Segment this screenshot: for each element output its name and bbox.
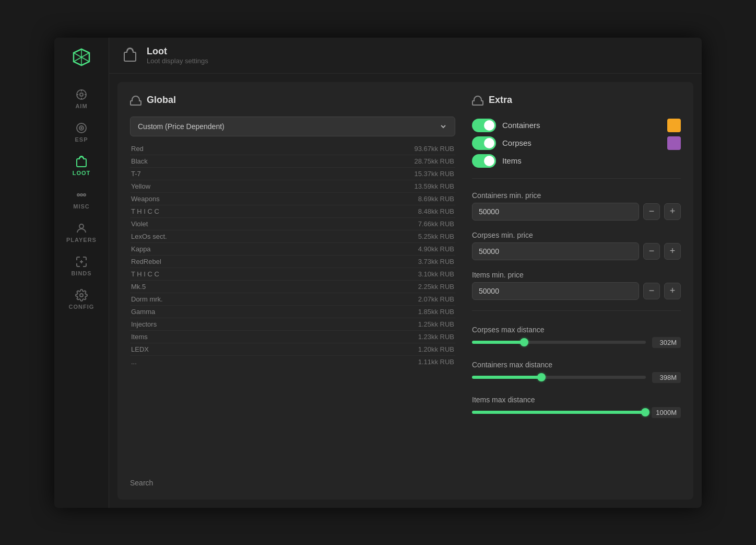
main-content: Loot Loot display settings Global Custom… xyxy=(109,38,702,508)
extra-section-title: Extra xyxy=(472,95,681,106)
containers-color-swatch[interactable] xyxy=(667,119,681,132)
corpses-price-decrement[interactable]: − xyxy=(643,243,660,260)
sidebar-label-config: CONFIG xyxy=(69,304,95,310)
corpses-label: Corpses xyxy=(502,138,661,147)
list-item: T H I C C8.48kk RUB xyxy=(130,205,455,218)
corpses-color-swatch[interactable] xyxy=(667,136,681,150)
content-area: Global Custom (Price Dependent) Red93.67… xyxy=(117,82,693,500)
containers-dist-slider-row: 398M xyxy=(472,372,681,383)
list-item: Weapons8.69kk RUB xyxy=(130,193,455,205)
left-panel: Global Custom (Price Dependent) Red93.67… xyxy=(130,95,455,487)
containers-toggle[interactable] xyxy=(472,119,496,132)
list-item: T-715.37kk RUB xyxy=(130,168,455,180)
list-item: Kappa4.90kk RUB xyxy=(130,243,455,256)
sidebar-label-misc: MISC xyxy=(73,203,90,210)
list-item: Gamma1.85kk RUB xyxy=(130,306,455,318)
right-panel: Extra Containers Corpses xyxy=(472,95,681,487)
sidebar-label-loot: LOOT xyxy=(73,170,91,176)
list-item: ...1.11kk RUB xyxy=(130,356,455,368)
sidebar-label-esp: ESP xyxy=(75,136,88,143)
sidebar: AIM ESP LOOT MISC xyxy=(54,38,109,508)
corpses-price-input-row: − + xyxy=(472,242,681,260)
items-min-label: Items min. price xyxy=(472,271,681,279)
sidebar-item-esp[interactable]: ESP xyxy=(54,115,109,149)
list-item: Items1.23kk RUB xyxy=(130,331,455,343)
list-item: Yellow13.59kk RUB xyxy=(130,180,455,193)
header-icon xyxy=(122,46,138,65)
items-min-price-section: Items min. price − + xyxy=(472,269,681,300)
sidebar-item-players[interactable]: PLAYERS xyxy=(54,216,109,249)
dropdown-value: Custom (Price Dependent) xyxy=(138,122,225,131)
toggle-row-corpses: Corpses xyxy=(472,136,681,150)
header-subtitle: Loot display settings xyxy=(147,57,208,65)
containers-min-label: Containers min. price xyxy=(472,191,681,200)
sidebar-item-misc[interactable]: MISC xyxy=(54,182,109,216)
corpses-dist-value: 302M xyxy=(652,337,681,348)
header-title: Loot xyxy=(147,46,208,57)
sidebar-item-loot[interactable]: LOOT xyxy=(54,149,109,182)
items-dist-slider[interactable] xyxy=(472,411,645,414)
app-logo[interactable] xyxy=(67,43,96,72)
list-item: Red93.67kk RUB xyxy=(130,143,455,155)
global-section-title: Global xyxy=(130,95,455,106)
items-dist-section: Items max distance 1000M xyxy=(472,396,681,418)
items-price-input[interactable] xyxy=(472,282,639,300)
toggle-row-containers: Containers xyxy=(472,119,681,132)
items-dist-value: 1000M xyxy=(652,407,681,418)
list-item: T H I C C3.10kk RUB xyxy=(130,268,455,281)
corpses-dist-slider-row: 302M xyxy=(472,337,681,348)
header: Loot Loot display settings xyxy=(109,38,702,74)
list-item: Black28.75kk RUB xyxy=(130,155,455,168)
svg-point-17 xyxy=(79,224,84,228)
containers-price-input[interactable] xyxy=(472,203,639,221)
sidebar-item-config[interactable]: CONFIG xyxy=(54,283,109,316)
list-item: Mk.52.25kk RUB xyxy=(130,281,455,293)
containers-price-increment[interactable]: + xyxy=(664,203,681,220)
items-toggle[interactable] xyxy=(472,154,496,168)
svg-point-18 xyxy=(80,294,83,297)
items-price-input-row: − + xyxy=(472,282,681,300)
list-item: LEDX1.20kk RUB xyxy=(130,343,455,356)
list-item: Dorm mrk.2.07kk RUB xyxy=(130,293,455,306)
preset-dropdown[interactable]: Custom (Price Dependent) xyxy=(130,117,455,136)
corpses-price-increment[interactable]: + xyxy=(664,243,681,260)
corpses-dist-slider[interactable] xyxy=(472,341,646,344)
search-button[interactable]: Search xyxy=(130,479,455,487)
divider-1 xyxy=(472,178,681,179)
toggle-row-items: Items xyxy=(472,154,681,168)
list-item: Violet7.66kk RUB xyxy=(130,218,455,230)
sidebar-item-aim[interactable]: AIM xyxy=(54,82,109,115)
svg-point-14 xyxy=(80,194,82,196)
item-list[interactable]: Red93.67kk RUB Black28.75kk RUB T-715.37… xyxy=(130,143,455,468)
toggles-group: Containers Corpses Items xyxy=(472,119,681,168)
items-dist-label: Items max distance xyxy=(472,396,681,404)
svg-point-6 xyxy=(80,93,83,96)
list-item: RedRebel3.73kk RUB xyxy=(130,256,455,268)
divider-2 xyxy=(472,310,681,311)
list-item: Injectors1.25kk RUB xyxy=(130,318,455,331)
containers-dist-value: 398M xyxy=(652,372,681,383)
items-label: Items xyxy=(502,156,681,165)
sidebar-label-binds: BINDS xyxy=(71,270,91,276)
containers-dist-slider[interactable] xyxy=(472,376,646,379)
corpses-min-label: Corpses min. price xyxy=(472,231,681,239)
corpses-min-price-section: Corpses min. price − + xyxy=(472,229,681,260)
items-price-increment[interactable]: + xyxy=(664,283,681,299)
svg-point-15 xyxy=(77,194,79,196)
corpses-dist-label: Corpses max distance xyxy=(472,326,681,334)
corpses-price-input[interactable] xyxy=(472,242,639,260)
containers-price-decrement[interactable]: − xyxy=(643,203,660,220)
corpses-toggle[interactable] xyxy=(472,136,496,150)
containers-dist-label: Containers max distance xyxy=(472,361,681,369)
sidebar-label-players: PLAYERS xyxy=(66,237,97,243)
containers-min-price-section: Containers min. price − + xyxy=(472,189,681,221)
svg-point-16 xyxy=(84,194,86,196)
svg-point-13 xyxy=(81,127,82,129)
items-dist-slider-row: 1000M xyxy=(472,407,681,418)
header-text: Loot Loot display settings xyxy=(147,46,208,65)
sidebar-item-binds[interactable]: BINDS xyxy=(54,249,109,283)
items-price-decrement[interactable]: − xyxy=(643,283,660,299)
containers-price-input-row: − + xyxy=(472,203,681,221)
list-item: LexOs sect.5.25kk RUB xyxy=(130,230,455,243)
sidebar-label-aim: AIM xyxy=(75,103,87,109)
